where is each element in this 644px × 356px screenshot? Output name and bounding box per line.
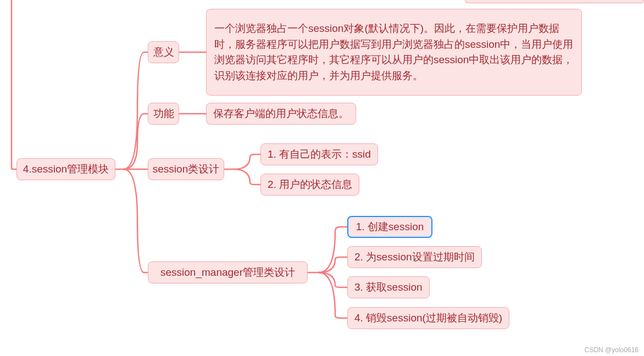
manager-item-3[interactable]: 3. 获取session xyxy=(347,276,430,298)
class-item-1[interactable]: 1. 有自己的表示：ssid xyxy=(260,143,378,165)
manager-item-2[interactable]: 2. 为session设置过期时间 xyxy=(347,246,482,268)
manager-item-4[interactable]: 4. 销毁session(过期被自动销毁) xyxy=(347,307,509,329)
class-item-2[interactable]: 2. 用户的状态信息 xyxy=(260,174,359,196)
function-text[interactable]: 保存客户端的用户状态信息。 xyxy=(206,103,356,125)
manager-item-1[interactable]: 1. 创建session xyxy=(347,216,432,238)
node-function[interactable]: 功能 xyxy=(148,103,179,125)
watermark: CSDN @yolo0616 xyxy=(585,346,639,354)
node-class-design[interactable]: session类设计 xyxy=(148,158,224,180)
node-meaning[interactable]: 意义 xyxy=(148,41,179,63)
node-manager-design[interactable]: session_manager管理类设计 xyxy=(148,262,308,283)
offscreen-stub-a xyxy=(465,0,644,3)
meaning-text[interactable]: 一个浏览器独占一个session对象(默认情况下)。因此，在需要保护用户数据时，… xyxy=(206,9,582,96)
root-node[interactable]: 4.session管理模块 xyxy=(16,158,115,180)
